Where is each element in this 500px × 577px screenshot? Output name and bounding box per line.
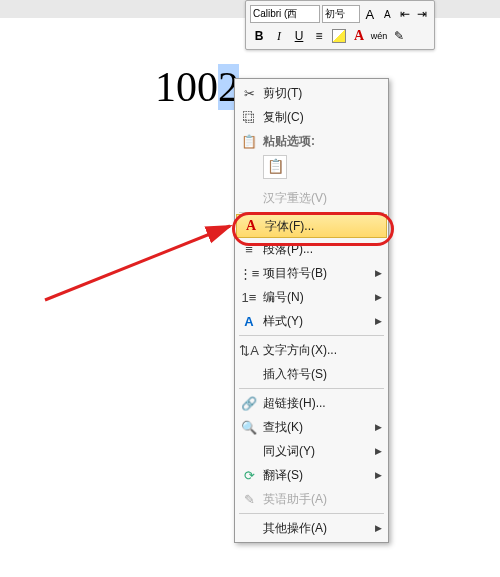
numbering-icon: 1≡ [235, 290, 263, 305]
font-size-select[interactable] [322, 5, 360, 23]
paste-option-row [235, 153, 388, 186]
text-direction-icon: ⇅A [235, 343, 263, 358]
menu-separator [239, 388, 384, 389]
chevron-right-icon: ▶ [375, 316, 382, 326]
chevron-right-icon: ▶ [375, 446, 382, 456]
italic-button[interactable]: I [270, 27, 288, 45]
hyperlink-icon: 🔗 [235, 396, 263, 411]
menu-english-assistant: ✎ 英语助手(A) [235, 487, 388, 511]
decrease-indent-icon[interactable]: ⇤ [397, 5, 413, 23]
chevron-right-icon: ▶ [375, 292, 382, 302]
menu-ime-reconvert: 汉字重选(V) [235, 186, 388, 210]
scissors-icon: ✂ [235, 86, 263, 101]
paragraph-icon: ≡ [235, 242, 263, 257]
menu-translate-label: 翻译(S) [263, 467, 375, 484]
menu-cut-label: 剪切(T) [263, 85, 382, 102]
bullets-icon: ⋮≡ [235, 266, 263, 281]
styles-icon: A [235, 314, 263, 329]
menu-paste-heading-label: 粘贴选项: [263, 133, 382, 150]
menu-copy-label: 复制(C) [263, 109, 382, 126]
font-family-select[interactable] [250, 5, 320, 23]
menu-english-assist-label: 英语助手(A) [263, 491, 382, 508]
menu-separator [239, 212, 384, 213]
paste-option-keep-source[interactable] [263, 155, 287, 179]
chevron-right-icon: ▶ [375, 523, 382, 533]
menu-bullets-label: 项目符号(B) [263, 265, 375, 282]
menu-paste-options-heading: 📋 粘贴选项: [235, 129, 388, 153]
menu-hyperlink-label: 超链接(H)... [263, 395, 382, 412]
font-a-icon: A [237, 218, 265, 234]
menu-numbering-label: 编号(N) [263, 289, 375, 306]
menu-font-label: 字体(F)... [265, 218, 380, 235]
menu-separator [239, 513, 384, 514]
mini-formatting-toolbar: A A ⇤ ⇥ B I U ≡ A wén ✎ [245, 0, 435, 50]
menu-numbering[interactable]: 1≡ 编号(N) ▶ [235, 285, 388, 309]
document-text[interactable]: 1002 [155, 63, 239, 111]
menu-bullets[interactable]: ⋮≡ 项目符号(B) ▶ [235, 261, 388, 285]
grow-font-button[interactable]: A [362, 5, 378, 23]
menu-hyperlink[interactable]: 🔗 超链接(H)... [235, 391, 388, 415]
context-menu: ✂ 剪切(T) ⿻ 复制(C) 📋 粘贴选项: 汉字重选(V) A 字体(F).… [234, 78, 389, 543]
menu-translate[interactable]: ⟳ 翻译(S) ▶ [235, 463, 388, 487]
menu-text-direction[interactable]: ⇅A 文字方向(X)... [235, 338, 388, 362]
chevron-right-icon: ▶ [375, 268, 382, 278]
menu-lookup[interactable]: 🔍 查找(K) ▶ [235, 415, 388, 439]
menu-lookup-label: 查找(K) [263, 419, 375, 436]
menu-insert-symbol[interactable]: 插入符号(S) [235, 362, 388, 386]
chevron-right-icon: ▶ [375, 422, 382, 432]
underline-button[interactable]: U [290, 27, 308, 45]
highlight-color-button[interactable] [330, 27, 348, 45]
menu-paragraph-label: 段落(P)... [263, 241, 382, 258]
shrink-font-button[interactable]: A [380, 5, 396, 23]
menu-insert-symbol-label: 插入符号(S) [263, 366, 382, 383]
menu-separator [239, 335, 384, 336]
translate-icon: ⟳ [235, 468, 263, 483]
menu-copy[interactable]: ⿻ 复制(C) [235, 105, 388, 129]
highlight-icon [332, 29, 346, 43]
font-color-button[interactable]: A [350, 27, 368, 45]
menu-ime-label: 汉字重选(V) [263, 190, 382, 207]
menu-styles-label: 样式(Y) [263, 313, 375, 330]
menu-paragraph[interactable]: ≡ 段落(P)... [235, 237, 388, 261]
menu-synonyms-label: 同义词(Y) [263, 443, 375, 460]
menu-font[interactable]: A 字体(F)... [236, 214, 387, 238]
text-content: 100 [155, 64, 218, 110]
menu-cut[interactable]: ✂ 剪切(T) [235, 81, 388, 105]
english-assist-icon: ✎ [235, 492, 263, 507]
menu-synonyms[interactable]: 同义词(Y) ▶ [235, 439, 388, 463]
menu-additional-actions[interactable]: 其他操作(A) ▶ [235, 516, 388, 540]
bold-button[interactable]: B [250, 27, 268, 45]
search-icon: 🔍 [235, 420, 263, 435]
menu-text-direction-label: 文字方向(X)... [263, 342, 382, 359]
increase-indent-icon[interactable]: ⇥ [415, 5, 431, 23]
menu-additional-label: 其他操作(A) [263, 520, 375, 537]
format-painter-button[interactable]: ✎ [390, 27, 408, 45]
copy-icon: ⿻ [235, 110, 263, 125]
clipboard-icon: 📋 [235, 134, 263, 149]
align-center-button[interactable]: ≡ [310, 27, 328, 45]
menu-styles[interactable]: A 样式(Y) ▶ [235, 309, 388, 333]
phonetic-guide-button[interactable]: wén [370, 27, 388, 45]
chevron-right-icon: ▶ [375, 470, 382, 480]
